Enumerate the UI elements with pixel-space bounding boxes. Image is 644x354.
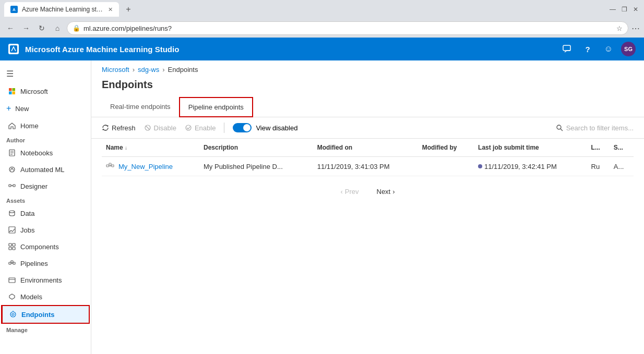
designer-icon xyxy=(8,182,16,190)
close-button[interactable]: ✕ xyxy=(631,5,640,14)
components-icon xyxy=(8,242,16,251)
sidebar-microsoft-label: Microsoft xyxy=(20,88,48,95)
tab-close-icon[interactable]: ✕ xyxy=(108,6,113,13)
cell-modified-on: 11/11/2019, 3:41:03 PM xyxy=(313,157,418,176)
assets-section-label: Assets xyxy=(0,194,91,205)
hamburger-button[interactable]: ☰ xyxy=(0,65,91,83)
new-plus-icon: + xyxy=(6,104,11,113)
restore-button[interactable]: ❐ xyxy=(620,5,628,14)
view-disabled-toggle[interactable]: View disabled xyxy=(233,123,297,132)
notebooks-icon xyxy=(8,149,16,157)
sort-icon[interactable]: ↓ xyxy=(125,145,127,151)
new-button[interactable]: + New xyxy=(0,100,91,117)
sidebar-item-designer[interactable]: Designer xyxy=(0,178,91,194)
header-left: Microsoft Azure Machine Learning Studio xyxy=(8,44,179,54)
help-button[interactable]: ? xyxy=(579,41,596,57)
azure-ml-logo-icon xyxy=(9,45,18,53)
feedback-button[interactable] xyxy=(558,41,575,57)
smiley-button[interactable]: ☺ xyxy=(600,41,617,57)
refresh-label: Refresh xyxy=(112,124,136,132)
cell-description: My Published Pipeline D... xyxy=(199,157,313,176)
refresh-button[interactable]: Refresh xyxy=(102,124,136,132)
tab-realtime-endpoints[interactable]: Real-time endpoints xyxy=(102,97,179,117)
breadcrumb: Microsoft › sdg-ws › Endpoints xyxy=(91,60,644,79)
cell-last-job: 11/11/2019, 3:42:41 PM xyxy=(474,157,587,176)
cell-modified-by xyxy=(418,157,474,176)
search-bar[interactable]: Search to filter items... xyxy=(556,124,634,132)
sidebar-top: ☰ Microsoft + New xyxy=(0,60,91,338)
sidebar-item-pipelines[interactable]: Pipelines xyxy=(0,255,91,272)
toggle-switch[interactable] xyxy=(233,123,252,132)
row-pipeline-icon xyxy=(106,162,114,170)
sidebar-item-endpoints[interactable]: Endpoints xyxy=(1,305,90,324)
tabs-bar: Real-time endpoints Pipeline endpoints xyxy=(91,97,644,117)
sidebar-item-jobs[interactable]: Jobs xyxy=(0,222,91,238)
disable-button[interactable]: Disable xyxy=(144,124,176,132)
page-title: Endpoints xyxy=(91,79,644,97)
designer-label: Designer xyxy=(20,182,47,190)
svg-rect-12 xyxy=(13,185,15,187)
svg-point-31 xyxy=(186,125,191,130)
home-button[interactable]: ⌂ xyxy=(51,22,64,34)
pipeline-name-link[interactable]: My_New_Pipeline xyxy=(118,163,173,170)
breadcrumb-microsoft[interactable]: Microsoft xyxy=(102,66,129,74)
svg-rect-15 xyxy=(9,227,15,233)
components-label: Components xyxy=(20,243,59,251)
forward-button[interactable]: → xyxy=(20,22,32,34)
status-dot xyxy=(478,164,482,168)
browser-tab[interactable]: A Azure Machine Learning studio ( ✕ xyxy=(4,2,119,17)
enable-button[interactable]: Enable xyxy=(185,124,216,132)
sidebar-item-environments[interactable]: Environments xyxy=(0,272,91,288)
smiley-icon: ☺ xyxy=(604,44,613,54)
svg-point-14 xyxy=(9,211,15,213)
new-label: New xyxy=(15,105,29,113)
feedback-icon xyxy=(562,44,571,54)
avatar[interactable]: SG xyxy=(621,42,636,56)
sidebar-item-components[interactable]: Components xyxy=(0,238,91,255)
author-section-label: Author xyxy=(0,134,91,144)
prev-label: Prev xyxy=(345,188,359,196)
svg-rect-11 xyxy=(9,185,11,187)
refresh-icon xyxy=(102,124,109,131)
enable-label: Enable xyxy=(195,124,216,132)
svg-rect-24 xyxy=(9,278,15,283)
sidebar-item-data[interactable]: Data xyxy=(0,205,91,222)
bookmark-icon[interactable]: ☆ xyxy=(616,25,623,32)
svg-rect-21 xyxy=(13,262,15,264)
help-icon: ? xyxy=(585,45,590,54)
toolbar-divider xyxy=(224,123,224,133)
minimize-button[interactable]: — xyxy=(609,5,617,14)
sidebar-item-microsoft[interactable]: Microsoft xyxy=(0,83,91,100)
svg-rect-2 xyxy=(9,88,12,91)
col-modified-by: Modified by xyxy=(418,139,474,157)
tab-pipeline-endpoints[interactable]: Pipeline endpoints xyxy=(179,97,253,117)
url-input[interactable] xyxy=(84,25,613,32)
app-title: Microsoft Azure Machine Learning Studio xyxy=(25,45,179,54)
endpoints-label: Endpoints xyxy=(21,311,55,319)
cell-l: Ru xyxy=(587,157,610,176)
sidebar-item-models[interactable]: Models xyxy=(0,288,91,305)
back-button[interactable]: ← xyxy=(4,22,17,34)
svg-point-32 xyxy=(557,125,561,129)
reload-button[interactable]: ↻ xyxy=(35,22,48,34)
breadcrumb-current: Endpoints xyxy=(168,66,198,74)
toggle-knob xyxy=(243,124,251,131)
sidebar-item-notebooks[interactable]: Notebooks xyxy=(0,144,91,161)
prev-button[interactable]: ‹ Prev xyxy=(334,185,365,199)
breadcrumb-workspace[interactable]: sdg-ws xyxy=(138,66,159,74)
col-last-job: Last job submit time xyxy=(474,139,587,157)
browser-menu-button[interactable]: ⋯ xyxy=(631,23,640,33)
table-body: My_New_Pipeline My Published Pipeline D.… xyxy=(102,157,634,176)
new-tab-button[interactable]: + xyxy=(121,2,136,17)
endpoints-table: Name ↓ Description Modified on Modified … xyxy=(102,139,634,176)
url-bar[interactable]: 🔒 ☆ xyxy=(67,21,628,35)
home-icon xyxy=(8,121,16,130)
col-s: S... xyxy=(610,139,634,157)
next-button[interactable]: Next › xyxy=(371,185,401,199)
breadcrumb-sep-2: › xyxy=(162,66,164,74)
svg-rect-35 xyxy=(112,165,114,167)
table-container: Name ↓ Description Modified on Modified … xyxy=(91,139,644,176)
sidebar-item-home[interactable]: Home xyxy=(0,117,91,134)
automated-ml-icon xyxy=(8,165,16,174)
sidebar-item-automated-ml[interactable]: Automated ML xyxy=(0,161,91,178)
